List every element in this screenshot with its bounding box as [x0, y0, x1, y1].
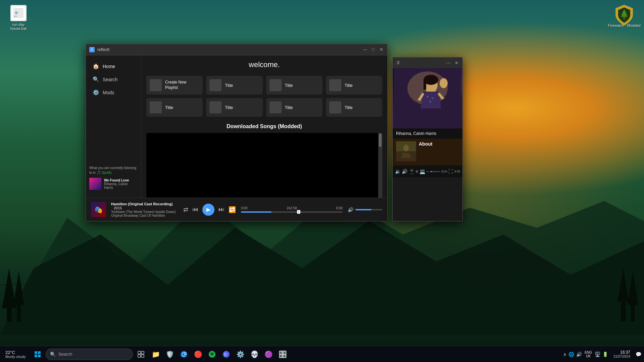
- spotify-link[interactable]: 🎵 Spotify: [97, 171, 112, 174]
- track-album-art: 🎭: [91, 202, 106, 217]
- bat-file-label: run day house.bat: [5, 22, 32, 31]
- popup-volume-pct: 21%: [441, 170, 447, 173]
- sidebar-item-mods[interactable]: ⚙️ Mods: [89, 87, 138, 98]
- taskbar-shield[interactable]: 🛡️: [163, 348, 177, 361]
- taskbar-spotify[interactable]: [205, 348, 219, 361]
- playlist-thumb-5: [150, 101, 162, 113]
- popup-volume-down[interactable]: 🔉: [395, 169, 401, 174]
- clock-time: 16:37: [613, 350, 630, 355]
- shuffle-button[interactable]: ⇄: [183, 206, 188, 213]
- taskbar-discord[interactable]: D: [219, 348, 233, 361]
- main-content: welcome. Create New Playlist Title Title: [141, 55, 387, 198]
- artist-image-area: [393, 68, 462, 128]
- tray-network[interactable]: 🌐: [568, 352, 574, 357]
- popup-close-button[interactable]: ✕: [454, 60, 459, 65]
- task-view-button[interactable]: [134, 348, 148, 361]
- popup-cast[interactable]: 📱: [409, 169, 414, 174]
- language-display[interactable]: ENG UK: [585, 351, 592, 358]
- playlist-label-3: Title: [285, 83, 293, 88]
- popup-fullscreen[interactable]: ⛶: [448, 169, 453, 174]
- sidebar-search-label: Search: [103, 77, 117, 82]
- progress-section: 0:00 242:58 0:00 7: [241, 206, 343, 213]
- playlist-label-2: Title: [225, 83, 233, 88]
- volume-bar[interactable]: [355, 209, 382, 210]
- create-playlist-card[interactable]: Create New Playlist: [146, 76, 203, 95]
- prev-button[interactable]: ⏮: [192, 206, 198, 213]
- spotify-song-name: We Found Love: [104, 178, 138, 182]
- artist-image-inner: [393, 68, 462, 128]
- weather-temperature: 22°C: [5, 350, 27, 355]
- taskbar-gear[interactable]: ⚙️: [234, 348, 247, 361]
- playlist-card-2[interactable]: Title: [206, 76, 262, 95]
- tray-sound[interactable]: 🔊: [576, 352, 582, 357]
- scrollbar-thumb[interactable]: [379, 134, 382, 147]
- popup-volume-up[interactable]: 🔊: [402, 169, 407, 174]
- track-artist: Original Broadway Cast Of Hamilton: [111, 214, 178, 217]
- popup-volume-bar[interactable]: [430, 171, 440, 172]
- maximize-button[interactable]: □: [370, 47, 376, 52]
- playlist-thumb-2: [209, 79, 221, 91]
- time-marker-value: 242:58: [287, 206, 297, 210]
- progress-bar[interactable]: 7: [241, 211, 343, 213]
- playlist-card-6[interactable]: Title: [206, 98, 262, 117]
- firewatch-shield-icon: [614, 3, 634, 23]
- taskbar-right: ∧ 🌐 🔊 ENG UK 🖥️ 🔋 16:37 21/07/2024 💬: [563, 350, 641, 358]
- repeat-button[interactable]: 🔁: [229, 206, 236, 213]
- taskbar-mixer[interactable]: 🎛️: [276, 348, 289, 361]
- playlist-label-5: Title: [165, 105, 173, 110]
- sidebar-item-search[interactable]: 🔍 Search: [89, 73, 138, 85]
- sidebar-item-home[interactable]: 🏠 Home: [89, 60, 138, 72]
- create-playlist-label: Create New Playlist: [165, 80, 199, 90]
- svg-text:D: D: [224, 353, 227, 356]
- taskbar-app-red[interactable]: 🔴: [191, 348, 205, 361]
- taskbar-search-icon: 🔍: [50, 352, 56, 357]
- playlist-label-8: Title: [345, 105, 353, 110]
- popup-playlist[interactable]: ≡: [415, 169, 418, 174]
- play-button[interactable]: ▶: [202, 204, 214, 216]
- tray-monitor[interactable]: 🖥️: [595, 352, 600, 357]
- playlist-card-4[interactable]: Title: [326, 76, 382, 95]
- close-button[interactable]: ✕: [379, 47, 384, 52]
- search-icon: 🔍: [93, 76, 99, 83]
- desktop-icon-bat[interactable]: ⚙️ BAT run day house.bat: [5, 5, 32, 31]
- clock-date: 21/07/2024: [613, 355, 630, 358]
- popup-time: 3:35: [454, 170, 460, 173]
- svg-point-27: [429, 101, 431, 103]
- next-button[interactable]: ⏭: [218, 206, 225, 213]
- taskbar-search-placeholder: Search: [58, 352, 72, 357]
- reflectt-titlebar: r reflectt ─ □ ✕: [86, 44, 387, 55]
- taskbar-explorer[interactable]: 📁: [149, 348, 162, 361]
- playlist-thumb-3: [269, 79, 282, 91]
- playlist-card-7[interactable]: Title: [266, 98, 323, 117]
- start-button[interactable]: [31, 348, 44, 361]
- spotify-section: What you are currently listening to in 🎵…: [89, 163, 138, 193]
- window-controls: ─ □ ✕: [362, 47, 384, 52]
- track-info: Hamilton (Original Cast Recording) 2015 …: [111, 202, 178, 217]
- sidebar-mods-label: Mods: [103, 90, 114, 95]
- tray-chevron[interactable]: ∧: [563, 352, 566, 357]
- svg-point-28: [440, 78, 448, 88]
- notification-icon[interactable]: 💬: [636, 352, 641, 357]
- about-section: About: [393, 139, 462, 165]
- popup-vol-minus[interactable]: −: [426, 169, 429, 174]
- playlist-card-5[interactable]: Title: [146, 98, 203, 117]
- minimize-button[interactable]: ─: [362, 47, 368, 52]
- taskbar-edge[interactable]: [177, 348, 191, 361]
- svg-rect-34: [35, 355, 37, 357]
- reflectt-window-title: reflectt: [97, 47, 362, 52]
- tray-battery[interactable]: 🔋: [602, 352, 608, 357]
- popup-menu-button[interactable]: ⋯: [446, 60, 451, 65]
- svg-text:BAT: BAT: [14, 15, 18, 17]
- taskbar-skull[interactable]: 💀: [248, 348, 261, 361]
- taskbar-visual-studio[interactable]: 🟣: [262, 348, 275, 361]
- video-area[interactable]: [146, 133, 382, 198]
- scrollbar[interactable]: [378, 133, 382, 198]
- playlist-card-3[interactable]: Title: [266, 76, 323, 95]
- system-clock[interactable]: 16:37 21/07/2024: [611, 350, 633, 358]
- firewatch-desktop-icon[interactable]: Firewatch - Modded: [608, 3, 641, 28]
- firewatch-label: Firewatch - Modded: [608, 23, 641, 28]
- playlist-card-8[interactable]: Title: [326, 98, 382, 117]
- sidebar-home-label: Home: [103, 64, 115, 69]
- popup-devices[interactable]: 💻: [419, 169, 425, 174]
- taskbar-search-bar[interactable]: 🔍 Search: [46, 349, 133, 360]
